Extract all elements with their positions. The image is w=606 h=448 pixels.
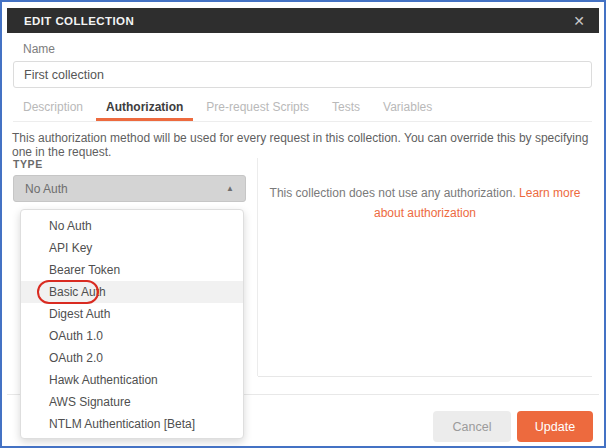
dropdown-option-api-key[interactable]: API Key [21, 237, 243, 259]
auth-preview-panel: This collection does not use any authori… [258, 158, 592, 377]
cancel-button[interactable]: Cancel [433, 411, 511, 442]
authorization-description: This authorization method will be used f… [12, 131, 596, 159]
dropdown-option-aws-signature[interactable]: AWS Signature [21, 391, 243, 413]
modal-header: EDIT COLLECTION ✕ [7, 8, 599, 33]
dropdown-option-basic-auth[interactable]: Basic Auth [21, 281, 243, 303]
tab-bar: Description Authorization Pre-request Sc… [13, 96, 592, 122]
tab-pre-request-scripts[interactable]: Pre-request Scripts [196, 96, 319, 121]
close-icon[interactable]: ✕ [573, 14, 585, 28]
no-auth-message: This collection does not use any authori… [270, 186, 516, 200]
dropdown-option-oauth-2[interactable]: OAuth 2.0 [21, 347, 243, 369]
auth-type-selected-value: No Auth [25, 182, 68, 196]
tab-authorization[interactable]: Authorization [96, 96, 193, 121]
auth-type-select[interactable]: No Auth ▲ [13, 175, 246, 202]
tab-description[interactable]: Description [13, 96, 93, 121]
type-label: TYPE [13, 158, 43, 170]
dropdown-option-hawk-authentication[interactable]: Hawk Authentication [21, 369, 243, 391]
dropdown-option-bearer-token[interactable]: Bearer Token [21, 259, 243, 281]
tab-variables[interactable]: Variables [373, 96, 442, 121]
collection-name-input[interactable] [13, 61, 592, 88]
name-label: Name [23, 42, 55, 56]
dropdown-option-ntlm-authentication[interactable]: NTLM Authentication [Beta] [21, 413, 243, 435]
dropdown-option-digest-auth[interactable]: Digest Auth [21, 303, 243, 325]
chevron-up-icon: ▲ [226, 184, 234, 193]
dropdown-option-no-auth[interactable]: No Auth [21, 215, 243, 237]
dropdown-option-basic-auth-label: Basic Auth [49, 285, 106, 299]
auth-type-dropdown: No Auth API Key Bearer Token Basic Auth … [20, 209, 244, 439]
modal-title: EDIT COLLECTION [24, 15, 134, 27]
dropdown-option-oauth-1[interactable]: OAuth 1.0 [21, 325, 243, 347]
update-button[interactable]: Update [517, 411, 593, 442]
edit-collection-modal: EDIT COLLECTION ✕ Name Description Autho… [0, 0, 606, 448]
tab-tests[interactable]: Tests [322, 96, 370, 121]
